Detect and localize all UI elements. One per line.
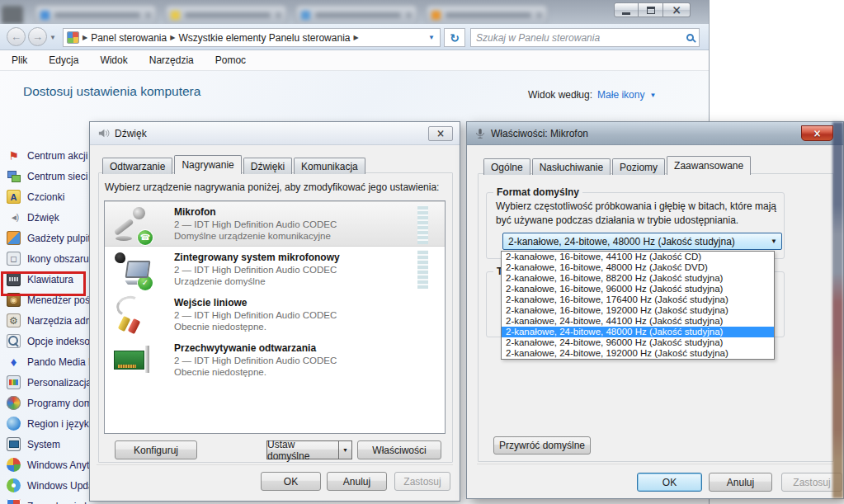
format-option[interactable]: 2-kanałowe, 24-bitowe, 44100 Hz (Jakość … xyxy=(502,316,774,327)
breadcrumb-arrow-icon: ▶ xyxy=(170,34,175,41)
view-by-dropdown-icon[interactable]: ▼ xyxy=(649,92,656,99)
tab-favicon xyxy=(431,11,441,20)
recording-device-list: Mikrofon 2 — IDT High Definition Audio C… xyxy=(104,200,446,434)
menu-item[interactable]: Plik xyxy=(12,54,27,66)
control-panel-item-label: Dźwięk xyxy=(27,212,59,224)
history-dropdown-icon[interactable]: ▼ xyxy=(50,34,56,41)
sound-apply-button[interactable]: Zastosuj xyxy=(394,472,450,491)
format-option[interactable]: 2-kanałowe, 16-bitowe, 192000 Hz (Jakość… xyxy=(502,305,774,316)
device-row[interactable]: Zintegrowany system mikrofonowy 2 — IDT … xyxy=(105,247,445,292)
control-panel-item-label: Menedżer pośw xyxy=(27,294,97,306)
maximize-button[interactable] xyxy=(639,2,663,17)
breadcrumb-item[interactable]: Panel sterowania xyxy=(91,32,167,44)
properties-dialog-tab[interactable]: Ogólne xyxy=(483,158,530,175)
device-row[interactable]: Przechwytywanie odtwarzania 2 — IDT High… xyxy=(105,337,445,383)
search-icon[interactable] xyxy=(686,34,694,41)
control-panel-item-label: Narzędzia adm xyxy=(27,315,94,327)
device-detail: 2 — IDT High Definition Audio CODEC xyxy=(174,355,337,366)
properties-dialog-tab[interactable]: Poziomy xyxy=(612,158,665,175)
properties-dialog-titlebar[interactable]: Właściwości: Mikrofon xyxy=(467,122,843,145)
back-button[interactable]: ← xyxy=(7,27,26,46)
control-panel-item-label: System xyxy=(27,439,60,450)
format-option[interactable]: 2-kanałowe, 16-bitowe, 48000 Hz (Jakość … xyxy=(502,262,774,273)
browser-tab[interactable] xyxy=(426,5,548,24)
properties-close-button[interactable]: × xyxy=(801,125,833,141)
format-option[interactable]: 2-kanałowe, 16-bitowe, 44100 Hz (Jakość … xyxy=(502,252,774,262)
properties-dialog-tab[interactable]: Nasłuchiwanie xyxy=(532,158,611,175)
sound-dialog-tabs: OdtwarzanieNagrywanieDźwiękiKomunikacja xyxy=(102,155,367,174)
set-default-dropdown-button[interactable]: ▼ xyxy=(338,440,352,459)
device-detail: 2 — IDT High Definition Audio CODEC xyxy=(174,219,337,230)
sound-dialog-close-button[interactable]: × xyxy=(428,126,453,141)
default-format-group-title: Format domyślny xyxy=(493,186,582,198)
format-option[interactable]: 2-kanałowe, 16-bitowe, 176400 Hz (Jakość… xyxy=(502,294,774,305)
device-status: Domyślne urządzenie komunikacyjne xyxy=(174,230,337,242)
menu-item[interactable]: Pomoc xyxy=(215,54,246,66)
device-row[interactable]: Wejście liniowe 2 — IDT High Definition … xyxy=(105,292,445,337)
blurred-tabs xyxy=(0,0,556,24)
browser-tab[interactable] xyxy=(35,5,157,24)
address-bar: ← → ▼ ▶ Panel sterowania ▶ Wszystkie ele… xyxy=(0,24,709,50)
sound-dialog-titlebar[interactable]: Dźwięk × xyxy=(90,122,460,145)
tab-close-icon[interactable] xyxy=(276,12,281,18)
microphone-icon xyxy=(474,128,486,139)
tab-close-icon[interactable] xyxy=(145,12,151,18)
minimize-icon xyxy=(622,12,630,15)
sound-dialog-tab[interactable]: Komunikacja xyxy=(294,158,365,174)
properties-ok-button[interactable]: OK xyxy=(637,473,702,492)
properties-button[interactable]: Właściwości xyxy=(357,440,441,459)
minimize-button[interactable] xyxy=(614,2,639,17)
menu-item[interactable]: Narzędzia xyxy=(149,54,194,66)
forward-button[interactable]: → xyxy=(28,27,47,46)
properties-apply-button[interactable]: Zastosuj xyxy=(781,473,842,492)
configure-button[interactable]: Konfiguruj xyxy=(115,440,197,459)
format-option[interactable]: 2-kanałowe, 24-bitowe, 48000 Hz (Jakość … xyxy=(502,327,774,337)
address-dropdown-icon[interactable]: ▼ xyxy=(428,34,436,41)
device-detail: 2 — IDT High Definition Audio CODEC xyxy=(174,309,337,321)
control-panel-item-label: Czcionki xyxy=(27,191,64,203)
control-panel-icon xyxy=(67,31,79,44)
search-input[interactable] xyxy=(476,32,686,44)
admin-tools-icon xyxy=(7,313,21,327)
set-default-split-button: Ustaw domyślne ▼ xyxy=(266,440,352,459)
view-by-control: Widok według: Małe ikony ▼ xyxy=(528,89,656,101)
sound-cancel-button[interactable]: Anuluj xyxy=(327,472,387,491)
sound-ok-button[interactable]: OK xyxy=(261,472,321,491)
tab-close-icon[interactable] xyxy=(536,12,542,18)
format-option[interactable]: 2-kanałowe, 24-bitowe, 96000 Hz (Jakość … xyxy=(502,337,774,348)
level-meter xyxy=(417,250,428,289)
set-default-button[interactable]: Ustaw domyślne xyxy=(266,440,338,459)
device-detail: 2 — IDT High Definition Audio CODEC xyxy=(174,264,340,276)
device-row[interactable]: Mikrofon 2 — IDT High Definition Audio C… xyxy=(105,201,445,247)
close-button[interactable]: × xyxy=(663,2,691,17)
sound-dialog-tab[interactable]: Dźwięki xyxy=(243,158,292,174)
browser-tab[interactable] xyxy=(165,5,287,24)
menu-item[interactable]: Widok xyxy=(100,54,127,66)
default-format-combobox[interactable]: 2-kanałowe, 24-bitowe, 48000 Hz (Jakość … xyxy=(502,233,782,250)
menu-item[interactable]: Edycja xyxy=(49,54,78,66)
device-status: Obecnie niedostępne. xyxy=(174,366,337,378)
sound-dialog-tab[interactable]: Odtwarzanie xyxy=(102,158,172,174)
tab-close-icon[interactable] xyxy=(406,12,412,18)
view-by-value-link[interactable]: Małe ikony xyxy=(597,89,644,101)
format-description-line2: być używane podczas działania w trybie u… xyxy=(496,214,738,226)
anytime-upgrade-icon xyxy=(7,458,21,472)
format-option[interactable]: 2-kanałowe, 16-bitowe, 96000 Hz (Jakość … xyxy=(502,284,774,294)
format-option[interactable]: 2-kanałowe, 16-bitowe, 88200 Hz (Jakość … xyxy=(502,273,774,284)
view-by-label: Widok według: xyxy=(528,89,592,101)
breadcrumb-item[interactable]: Wszystkie elementy Panelu sterowania xyxy=(178,32,350,44)
refresh-button[interactable]: ↻ xyxy=(444,28,465,47)
properties-cancel-button[interactable]: Anuluj xyxy=(709,473,772,492)
format-option[interactable]: 2-kanałowe, 24-bitowe, 192000 Hz (Jakość… xyxy=(502,348,774,359)
forward-arrow-icon: → xyxy=(32,31,43,43)
properties-dialog-tab[interactable]: Zaawansowane xyxy=(667,156,751,175)
format-dropdown-list: 2-kanałowe, 16-bitowe, 44100 Hz (Jakość … xyxy=(501,251,775,360)
tab-title-blurred xyxy=(315,12,401,18)
properties-dialog-tabs: OgólneNasłuchiwaniePoziomyZaawansowane xyxy=(483,156,752,175)
browser-tab[interactable] xyxy=(295,5,417,24)
sound-dialog-tab[interactable]: Nagrywanie xyxy=(174,155,241,174)
restore-defaults-button[interactable]: Przywróć domyślne xyxy=(493,436,591,455)
sound-dialog: Dźwięk × OdtwarzanieNagrywanieDźwiękiKom… xyxy=(89,121,460,502)
partial-tab[interactable] xyxy=(2,6,23,24)
tab-favicon xyxy=(40,11,50,20)
